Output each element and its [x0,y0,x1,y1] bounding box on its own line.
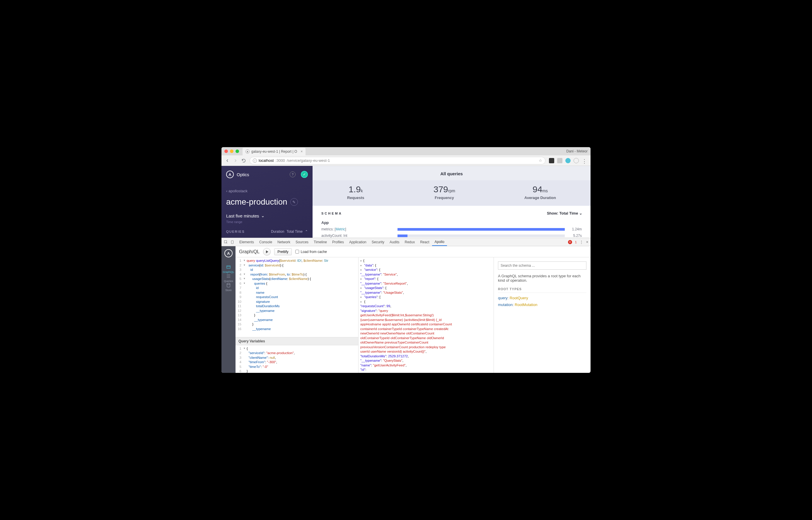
optics-dashboard: A Optics ? ✓ apollostack acme-production… [221,166,591,238]
inspect-icon[interactable] [224,240,228,244]
schema-row[interactable]: activityCount: Int 5.27s [321,234,582,238]
window-controls[interactable] [224,150,239,153]
metric-label: Requests [347,196,364,200]
load-cache-checkbox[interactable]: Load from cache [295,250,327,254]
code-line[interactable]: 4 "timeFrom": "-300", [235,360,358,365]
code-line[interactable]: 5 "timeTo": "-0" [235,365,358,369]
result-line: ▾ "report": { [360,277,492,281]
devtools-tab-profiles[interactable]: Profiles [330,238,346,246]
reload-icon[interactable] [242,158,246,163]
code-line[interactable]: 2 "serviceId": "acme-production", [235,351,358,356]
forward-icon[interactable] [233,158,238,163]
device-icon[interactable] [230,240,234,244]
apollo-sidebar: A GraphiQL Queries Store [221,246,235,373]
code-line[interactable]: 3 "clientName": null, [235,356,358,360]
code-line[interactable]: 1▾query queryListQuery($serviceId: ID!, … [235,259,358,263]
show-value: Show: Total Time [547,211,578,215]
devtools-tab-console[interactable]: Console [257,238,275,246]
chevron-down-icon: ⌄ [261,213,265,218]
devtools-menu-icon[interactable]: ⋮ [580,240,583,244]
code-line[interactable]: 13 } [235,313,358,318]
schema-time: 1.24m [568,227,582,231]
devtools-tab-elements[interactable]: Elements [237,238,257,246]
devtools-tab-network[interactable]: Network [275,238,293,246]
chrome-toolbar: i localhost:3000/service/galaxy-eu-west-… [221,155,591,166]
code-line[interactable]: 16 __typename [235,327,358,332]
play-button[interactable] [263,248,271,256]
result-viewer[interactable]: ▾{▾ "data": {▾ "service": { "__typename"… [359,257,494,373]
timerange-selector[interactable]: Last five minutes ⌄ [226,213,308,218]
root-type-field[interactable]: query: RootQuery [498,296,586,300]
code-line[interactable]: 5▾ usageStats(clientName: $clientName) { [235,277,358,281]
browser-user[interactable]: Dani - Meteor [566,149,588,153]
browser-tab[interactable]: A galaxy-eu-west-1 | Report | O × [243,148,306,155]
apollo-sidebar-queries[interactable]: Queries [223,274,234,283]
schema-search-input[interactable] [498,261,586,270]
code-line[interactable]: 6▾ queries { [235,281,358,286]
devtools-tab-sources[interactable]: Sources [293,238,311,246]
maximize-icon[interactable] [235,150,239,153]
help-icon[interactable]: ? [290,172,296,177]
app-label: App [321,220,582,225]
devtools-tab-application[interactable]: Application [346,238,369,246]
devtools-tab-react[interactable]: React [417,238,432,246]
code-line[interactable]: 7 id [235,286,358,290]
code-line[interactable]: 2▾ service(id: $serviceId) { [235,263,358,268]
tab-close-icon[interactable]: × [301,150,303,154]
svg-rect-1 [231,240,233,243]
devtools-tab-apollo[interactable]: Apollo [432,238,447,246]
apollo-sidebar-graphiql[interactable]: GraphiQL [223,264,234,274]
devtools-close-icon[interactable]: × [586,240,588,244]
code-line[interactable]: 15 } [235,322,358,327]
code-line[interactable]: 10 signature [235,300,358,304]
devtools: ElementsConsoleNetworkSourcesTimelinePro… [221,238,591,373]
root-type-field[interactable]: mutation: RootMutation [498,303,586,307]
code-line[interactable]: 4▾ report(from: $timeFrom, to: $timeTo) … [235,272,358,277]
chrome-menu-icon[interactable]: ⋮ [582,158,587,163]
minimize-icon[interactable] [230,150,233,153]
error-badge[interactable]: ✕ [568,240,572,244]
code-line[interactable]: 12 __typename [235,309,358,313]
sort-options[interactable]: Duration Total Time ⌃ [271,230,308,234]
result-line: ▾ "usageStats": { [360,286,492,290]
extension-icon[interactable] [573,158,579,163]
status-check-icon[interactable]: ✓ [301,171,308,178]
devtools-tab-audits[interactable]: Audits [387,238,402,246]
metric-value: 1.9 [348,184,361,194]
query-variables-header[interactable]: Query Variables [235,337,358,345]
error-count: 1 [575,240,577,244]
code-line[interactable]: 9 requestsCount [235,295,358,300]
extension-icons: ⋮ [549,158,587,163]
query-editor[interactable]: 1▾query queryListQuery($serviceId: ID!, … [235,257,359,373]
app-content: A Optics ? ✓ apollostack acme-production… [221,166,591,373]
extension-icon[interactable] [565,158,570,163]
devtools-tab-timeline[interactable]: Timeline [311,238,330,246]
code-line[interactable]: 8 name [235,290,358,295]
gear-icon[interactable]: ✎ [290,198,298,206]
extension-icon[interactable] [549,158,554,163]
code-line[interactable]: 3 id [235,268,358,272]
show-selector[interactable]: Show: Total Time ⌄ [547,211,582,215]
code-line[interactable]: 14 __typename [235,318,358,322]
code-line[interactable]: 1▾{ [235,346,358,351]
prettify-button[interactable]: Prettify [274,248,291,255]
breadcrumb[interactable]: apollostack [226,189,308,193]
address-bar[interactable]: i localhost:3000/service/galaxy-eu-west-… [250,157,545,164]
bookmark-icon[interactable]: ☆ [539,158,542,163]
back-icon[interactable] [225,158,230,163]
queries-header: QUERIES Duration Total Time ⌃ [226,230,308,234]
extension-icon[interactable] [557,158,562,163]
url-port: :3000 [275,158,285,163]
code-line[interactable]: 6} [235,369,358,373]
devtools-tab-security[interactable]: Security [369,238,387,246]
site-info-icon[interactable]: i [253,159,257,163]
url-path: /service/galaxy-eu-west-1 [287,158,330,163]
code-line[interactable]: 11 totalDurationMs [235,304,358,309]
cache-checkbox-input[interactable] [295,250,299,254]
apollo-sidebar-store[interactable]: Store [223,283,234,292]
schema-bar [397,234,565,237]
result-line: "totalDurationMs": 2529.371272, [360,354,492,359]
schema-row[interactable]: metrics: [Metric] 1.24m [321,227,582,231]
devtools-tab-redux[interactable]: Redux [402,238,417,246]
close-icon[interactable] [224,150,228,153]
